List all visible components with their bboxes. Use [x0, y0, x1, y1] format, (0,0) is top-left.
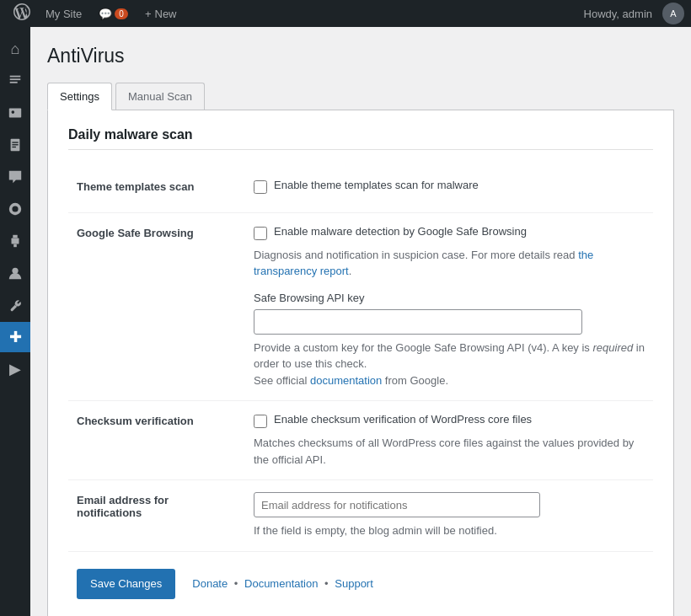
api-key-label: Safe Browsing API key [254, 292, 645, 304]
api-key-input[interactable] [254, 309, 582, 335]
new-content-menu[interactable]: + New [137, 0, 185, 27]
email-field: If the field is empty, the blog admin wi… [245, 480, 653, 552]
email-input[interactable] [254, 492, 540, 517]
gsb-desc: Diagnosis and notification in suspicion … [254, 247, 645, 280]
svg-rect-2 [10, 82, 18, 83]
svg-rect-13 [13, 244, 17, 248]
comments-menu[interactable]: 💬 0 [90, 0, 137, 27]
sidebar-item-media[interactable] [0, 98, 30, 128]
checksum-checkbox-row: Enable checksum verification of WordPres… [254, 413, 645, 428]
sidebar-item-antivirus[interactable]: ✚ [0, 322, 30, 352]
svg-rect-8 [12, 147, 16, 147]
tab-settings[interactable]: Settings [47, 83, 112, 110]
separator-1: • [234, 577, 238, 590]
sidebar: ⌂ ✚ ▶ [0, 27, 30, 616]
admin-bar: My Site 💬 0 + New Howdy, admin A [0, 0, 691, 27]
checksum-checkbox-label[interactable]: Enable checksum verification of WordPres… [274, 413, 532, 426]
documentation-link-google[interactable]: documentation [310, 374, 382, 387]
svg-rect-3 [9, 109, 21, 118]
documentation-link[interactable]: Documentation [244, 577, 318, 590]
sidebar-item-tools[interactable] [0, 290, 30, 320]
theme-templates-row: Theme templates scan Enable theme templa… [68, 167, 653, 213]
mysite-menu[interactable]: My Site [37, 0, 90, 27]
sidebar-item-users[interactable] [0, 258, 30, 288]
support-link[interactable]: Support [335, 577, 373, 590]
email-row: Email address for notifications If the f… [68, 480, 653, 552]
comment-icon: 💬 [99, 8, 112, 20]
donate-link[interactable]: Donate [192, 577, 228, 590]
separator-2: • [324, 577, 329, 590]
svg-rect-6 [12, 142, 18, 142]
svg-point-14 [12, 268, 18, 274]
footer-links: Donate • Documentation • Support [192, 577, 373, 590]
svg-point-4 [12, 110, 15, 114]
mysite-label: My Site [46, 8, 82, 20]
google-safe-browsing-row: Google Safe Browsing Enable malware dete… [68, 212, 653, 401]
main-layout: ⌂ ✚ ▶ AntiVirus Settings [0, 27, 691, 616]
save-changes-button[interactable]: Save Changes [77, 569, 175, 599]
form-footer: Save Changes Donate • Documentation • Su… [68, 552, 653, 608]
theme-templates-checkbox[interactable] [254, 180, 267, 194]
google-safe-browsing-checkbox[interactable] [254, 227, 267, 240]
svg-rect-1 [10, 78, 21, 80]
settings-panel: Daily malware scan Theme templates scan … [47, 110, 674, 616]
sidebar-item-posts[interactable] [0, 66, 30, 96]
checksum-row: Checksum verification Enable checksum ve… [68, 401, 653, 480]
page-title: AntiVirus [47, 44, 674, 69]
settings-form-table: Theme templates scan Enable theme templa… [68, 167, 653, 552]
sidebar-item-dashboard[interactable]: ⌂ [0, 34, 30, 64]
google-safe-browsing-field: Enable malware detection by Google Safe … [245, 212, 653, 401]
svg-point-10 [12, 206, 18, 212]
sidebar-item-pages[interactable] [0, 130, 30, 160]
howdy-text: Howdy, admin [577, 8, 659, 20]
theme-templates-field: Enable theme templates scan for malware [245, 167, 653, 213]
checksum-desc: Matches checksums of all WordPress core … [254, 435, 645, 468]
admin-bar-right: Howdy, admin A [577, 3, 684, 24]
sidebar-item-media-player[interactable]: ▶ [0, 354, 30, 384]
plus-icon: + [145, 8, 152, 20]
google-safe-browsing-checkbox-label[interactable]: Enable malware detection by Google Safe … [274, 225, 527, 238]
new-label: New [155, 8, 177, 20]
sidebar-item-appearance[interactable] [0, 194, 30, 224]
email-label: Email address for notifications [68, 480, 245, 552]
checksum-field: Enable checksum verification of WordPres… [245, 401, 653, 480]
svg-rect-0 [10, 76, 21, 78]
tabs: Settings Manual Scan [47, 83, 674, 110]
sidebar-item-plugins[interactable] [0, 226, 30, 256]
svg-rect-7 [12, 144, 18, 145]
sidebar-item-comments[interactable] [0, 162, 30, 192]
svg-rect-12 [12, 238, 19, 244]
api-desc: Provide a custom key for the Google Safe… [254, 340, 645, 389]
theme-templates-label: Theme templates scan [68, 167, 245, 213]
google-safe-browsing-label: Google Safe Browsing [68, 212, 245, 401]
tab-manual-scan[interactable]: Manual Scan [115, 83, 205, 110]
avatar[interactable]: A [662, 3, 684, 24]
email-desc: If the field is empty, the blog admin wi… [254, 522, 645, 539]
wp-logo[interactable] [7, 3, 37, 24]
svg-rect-11 [13, 235, 17, 238]
checksum-checkbox[interactable] [254, 415, 267, 428]
main-content: AntiVirus Settings Manual Scan Daily mal… [30, 27, 691, 616]
checksum-label: Checksum verification [68, 401, 245, 480]
theme-templates-checkbox-row: Enable theme templates scan for malware [254, 179, 645, 194]
google-safe-checkbox-row: Enable malware detection by Google Safe … [254, 225, 645, 240]
comment-count: 0 [115, 8, 128, 19]
theme-templates-checkbox-label[interactable]: Enable theme templates scan for malware [274, 179, 479, 191]
section-title: Daily malware scan [68, 127, 653, 150]
